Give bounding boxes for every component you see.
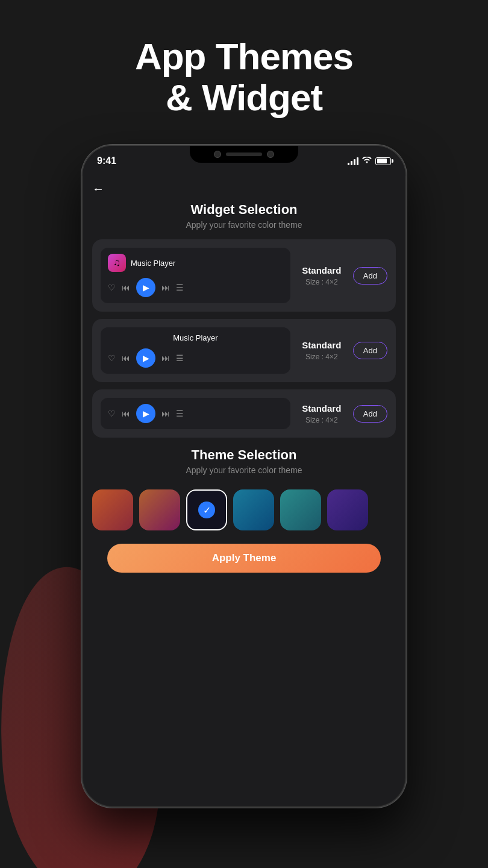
front-camera	[214, 151, 221, 158]
next-icon-3: ⏭	[161, 409, 170, 418]
widget-section-title: Widget Selection	[92, 202, 396, 218]
face-id-sensor	[267, 151, 274, 158]
phone-content: ← Widget Selection Apply your favorite c…	[83, 176, 405, 573]
widget-controls-1: ♡ ⏮ ▶ ⏭ ☰	[108, 278, 283, 297]
speaker	[226, 153, 262, 156]
phone-volume-down-button	[81, 281, 83, 318]
widget-controls-3: ♡ ⏮ ▶ ⏭ ☰	[108, 404, 283, 423]
widget-app-name-2: Music Player	[173, 333, 217, 342]
widget-info-3: Standard Size : 4×2	[298, 403, 346, 424]
heart-icon-2: ♡	[108, 353, 116, 363]
widget-header-2: Music Player	[108, 333, 283, 342]
theme-swatch-4[interactable]	[233, 489, 274, 530]
widget-preview-1: ♫ Music Player ♡ ⏮ ▶ ⏭ ☰	[101, 248, 290, 303]
widget-size-3: Size : 4×2	[305, 416, 338, 424]
add-widget-button-3[interactable]: Add	[353, 405, 387, 423]
phone-power-button	[405, 218, 407, 254]
apply-theme-button[interactable]: Apply Theme	[107, 544, 381, 573]
widget-card-3: ♡ ⏮ ▶ ⏭ ☰ Standard Size : 4×2 Add	[92, 389, 396, 438]
queue-icon-2: ☰	[176, 353, 184, 363]
widget-type-2: Standard	[302, 340, 341, 350]
next-icon-2: ⏭	[161, 353, 170, 363]
widget-info-2: Standard Size : 4×2	[298, 340, 346, 361]
theme-swatches: ✓	[92, 485, 396, 535]
prev-icon: ⏮	[122, 283, 130, 292]
widget-section-subtitle: Apply your favorite color theme	[92, 220, 396, 230]
widget-header-1: ♫ Music Player	[108, 254, 283, 272]
status-bar: 9:41	[83, 146, 405, 176]
play-button-1[interactable]: ▶	[136, 278, 155, 297]
widget-card-2: Music Player ♡ ⏮ ▶ ⏭ ☰ Standard Size : 4…	[92, 319, 396, 382]
title-line2: & Widget	[166, 77, 322, 118]
theme-section: Theme Selection Apply your favorite colo…	[92, 447, 396, 573]
widget-app-name-1: Music Player	[131, 259, 175, 268]
theme-swatch-6[interactable]	[327, 489, 368, 530]
widget-card-1: ♫ Music Player ♡ ⏮ ▶ ⏭ ☰ Standard Size :…	[92, 239, 396, 312]
heart-icon-3: ♡	[108, 409, 116, 418]
phone-mute-button	[81, 206, 83, 230]
play-button-3[interactable]: ▶	[136, 404, 155, 423]
widget-controls-2: ♡ ⏮ ▶ ⏭ ☰	[108, 348, 283, 368]
add-widget-button-1[interactable]: Add	[353, 267, 387, 285]
signal-icon	[348, 157, 358, 165]
heart-icon: ♡	[108, 283, 116, 292]
page-header: App Themes & Widget	[0, 24, 488, 130]
widget-preview-3: ♡ ⏮ ▶ ⏭ ☰	[101, 398, 290, 429]
widget-type-3: Standard	[302, 403, 341, 414]
prev-icon-2: ⏮	[122, 353, 130, 363]
queue-icon: ☰	[176, 283, 184, 292]
page-title: App Themes & Widget	[12, 36, 476, 118]
check-icon: ✓	[198, 502, 215, 518]
wifi-icon	[362, 156, 372, 166]
swatch-check-overlay: ✓	[187, 491, 226, 529]
phone-notch	[190, 146, 298, 163]
title-line1: App Themes	[135, 36, 353, 77]
widget-info-1: Standard Size : 4×2	[298, 265, 346, 286]
theme-section-title: Theme Selection	[92, 447, 396, 463]
add-widget-button-2[interactable]: Add	[353, 342, 387, 359]
theme-section-subtitle: Apply your favorite color theme	[92, 465, 396, 475]
battery-icon	[375, 157, 391, 165]
theme-swatch-1[interactable]	[92, 489, 133, 530]
status-time: 9:41	[97, 156, 116, 166]
widget-size-1: Size : 4×2	[305, 278, 338, 286]
queue-icon-3: ☰	[176, 409, 184, 418]
widget-size-2: Size : 4×2	[305, 353, 338, 361]
back-button[interactable]: ←	[92, 176, 396, 202]
music-app-icon: ♫	[108, 254, 126, 272]
theme-swatch-2[interactable]	[139, 489, 180, 530]
prev-icon-3: ⏮	[122, 409, 130, 418]
theme-swatch-3[interactable]: ✓	[186, 489, 227, 530]
widget-preview-2: Music Player ♡ ⏮ ▶ ⏭ ☰	[101, 327, 290, 374]
phone-volume-up-button	[81, 239, 83, 275]
play-button-2[interactable]: ▶	[136, 348, 155, 368]
status-icons	[348, 156, 391, 166]
phone-mockup: 9:41 ← Widget Selection Apply your favor…	[81, 145, 407, 808]
widget-type-1: Standard	[302, 265, 341, 275]
theme-swatch-5[interactable]	[280, 489, 321, 530]
next-icon: ⏭	[161, 283, 170, 292]
